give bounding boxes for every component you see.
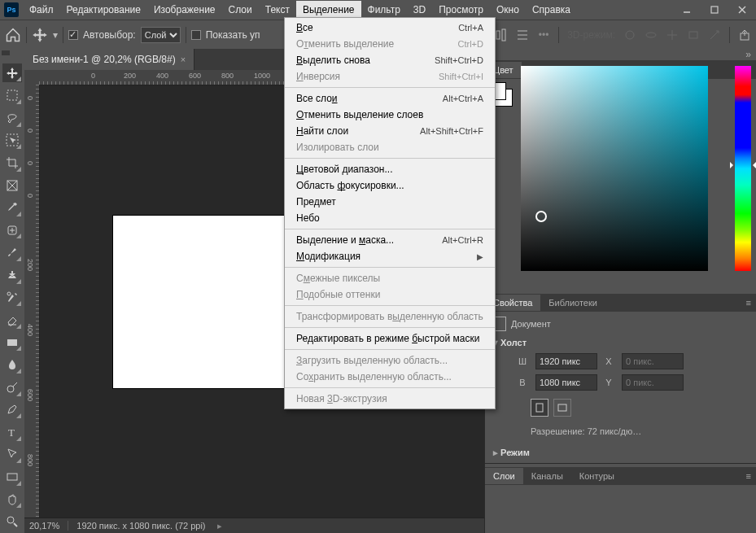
- blur-tool[interactable]: [2, 355, 22, 374]
- status-doc-info[interactable]: 1920 пикс. x 1080 пикс. (72 ppi): [76, 521, 205, 531]
- 3d-roll-icon[interactable]: [645, 28, 658, 42]
- menu-layer[interactable]: Слои: [222, 1, 259, 19]
- brush-tool[interactable]: [2, 242, 22, 262]
- show-transform-label: Показать уп: [206, 29, 260, 41]
- 3d-orbit-icon[interactable]: [623, 28, 636, 42]
- frame-tool[interactable]: [2, 176, 22, 195]
- prop-w-label: Ш: [516, 356, 529, 366]
- autoselect-target-select[interactable]: Слой: [141, 27, 181, 43]
- menu-select[interactable]: Выделение: [296, 1, 361, 19]
- menu-item[interactable]: Все слоиAlt+Ctrl+A: [285, 90, 495, 107]
- autoselect-checkbox[interactable]: [68, 30, 78, 40]
- menu-view[interactable]: Просмотр: [432, 1, 490, 19]
- menu-item[interactable]: Выделить сноваShift+Ctrl+D: [285, 52, 495, 68]
- align-icon[interactable]: [495, 28, 508, 42]
- rectangle-shape-tool[interactable]: [2, 467, 22, 487]
- canvas-document[interactable]: [112, 215, 301, 389]
- move-tool[interactable]: [2, 63, 22, 83]
- show-transform-checkbox[interactable]: [191, 30, 201, 40]
- dodge-tool[interactable]: [2, 378, 22, 397]
- menu-edit[interactable]: Редактирование: [60, 1, 147, 19]
- 3d-scale-icon[interactable]: [708, 28, 721, 42]
- home-icon[interactable]: [5, 27, 21, 43]
- maximize-button[interactable]: [701, 0, 728, 20]
- menu-window[interactable]: Окно: [490, 1, 526, 19]
- menu-item[interactable]: Найти слоиAlt+Shift+Ctrl+F: [285, 123, 495, 139]
- gradient-tool[interactable]: [2, 333, 22, 352]
- tab-libraries[interactable]: Библиотеки: [540, 295, 605, 311]
- menu-item[interactable]: Модификация▶: [285, 248, 495, 264]
- distribute-icon[interactable]: [516, 28, 529, 42]
- orientation-portrait-button[interactable]: [531, 399, 548, 417]
- healing-brush-tool[interactable]: [2, 221, 22, 240]
- menu-separator: [285, 158, 495, 159]
- eraser-tool[interactable]: [2, 310, 22, 330]
- menu-item-label: Модификация: [296, 251, 472, 262]
- menu-item-shortcut: Alt+Ctrl+A: [443, 94, 483, 103]
- tab-paths[interactable]: Контуры: [571, 468, 623, 484]
- prop-x-input: [622, 353, 684, 369]
- orientation-landscape-button[interactable]: [553, 399, 571, 417]
- more-icon[interactable]: •••: [537, 28, 550, 42]
- properties-menu-icon[interactable]: ≡: [741, 298, 756, 308]
- menu-item: Отменить выделениеCtrl+D: [285, 36, 495, 52]
- minimize-button[interactable]: [673, 0, 701, 20]
- menu-item[interactable]: Цветовой диапазон...: [285, 161, 495, 177]
- rect-marquee-tool[interactable]: [2, 85, 22, 105]
- menu-item[interactable]: Предмет: [285, 194, 495, 210]
- menu-separator: [285, 327, 495, 328]
- menu-item: Изолировать слои: [285, 139, 495, 155]
- menu-separator: [285, 267, 495, 268]
- move-tool-icon[interactable]: [32, 27, 48, 43]
- prop-w-input[interactable]: [535, 353, 597, 369]
- menu-item-label: Все слои: [296, 93, 443, 104]
- hand-tool[interactable]: [2, 490, 22, 509]
- menu-filter[interactable]: Фильтр: [361, 1, 407, 19]
- svg-point-21: [7, 292, 11, 295]
- tab-layers[interactable]: Слои: [485, 468, 523, 484]
- menu-item: ИнверсияShift+Ctrl+I: [285, 68, 495, 85]
- menu-item[interactable]: Отменить выделение слоев: [285, 107, 495, 123]
- prop-h-input[interactable]: [535, 374, 597, 391]
- menu-image[interactable]: Изображение: [147, 1, 222, 19]
- tab-channels[interactable]: Каналы: [523, 468, 571, 484]
- resolution-label: Разрешение:: [531, 426, 585, 436]
- status-zoom[interactable]: 20,17%: [29, 521, 59, 531]
- color-field[interactable]: [521, 66, 708, 271]
- clone-stamp-tool[interactable]: [2, 265, 22, 285]
- menu-type[interactable]: Текст: [259, 1, 296, 19]
- right-panel: » Цвет Образцы Градиенты Узоры ≡ Свойств…: [484, 49, 756, 533]
- menu-item[interactable]: Небо: [285, 210, 495, 226]
- menu-item-label: Смежные пикселы: [296, 273, 483, 284]
- history-brush-tool[interactable]: [2, 288, 22, 308]
- menu-item[interactable]: Редактировать в режиме быстрой маски: [285, 330, 495, 347]
- type-tool[interactable]: T: [2, 422, 22, 442]
- svg-rect-23: [7, 339, 17, 346]
- vertical-ruler[interactable]: 0 0 0 0 200 400 600 800 1000: [24, 85, 40, 518]
- panel-expand-icon[interactable]: »: [485, 49, 756, 61]
- close-tab-icon[interactable]: ×: [181, 55, 186, 64]
- menu-item[interactable]: Выделение и маска...Alt+Ctrl+R: [285, 232, 495, 248]
- layers-panel-menu-icon[interactable]: ≡: [741, 471, 756, 481]
- close-button[interactable]: [728, 0, 756, 20]
- lasso-tool[interactable]: [2, 108, 22, 128]
- pen-tool[interactable]: [2, 400, 22, 420]
- eyedropper-tool[interactable]: [2, 198, 22, 217]
- 3d-slide-icon[interactable]: [687, 28, 700, 42]
- path-select-tool[interactable]: [2, 445, 22, 465]
- menu-item-label: Предмет: [296, 196, 483, 208]
- menu-item[interactable]: Область фокусировки...: [285, 177, 495, 194]
- 3d-pan-icon[interactable]: [666, 28, 679, 42]
- menu-help[interactable]: Справка: [526, 1, 577, 19]
- toolbar-grip-icon[interactable]: [2, 50, 10, 55]
- object-select-tool[interactable]: [2, 131, 22, 151]
- document-tab[interactable]: Без имени-1 @ 20,2% (RGB/8#) ×: [24, 49, 194, 70]
- ruler-corner: [24, 70, 40, 85]
- menu-3d[interactable]: 3D: [407, 1, 432, 19]
- zoom-tool[interactable]: [2, 512, 22, 531]
- share-icon[interactable]: [738, 28, 751, 42]
- menu-file[interactable]: Файл: [23, 1, 60, 19]
- hue-slider[interactable]: [735, 66, 751, 271]
- crop-tool[interactable]: [2, 153, 22, 173]
- menu-item[interactable]: ВсеCtrl+A: [285, 20, 495, 36]
